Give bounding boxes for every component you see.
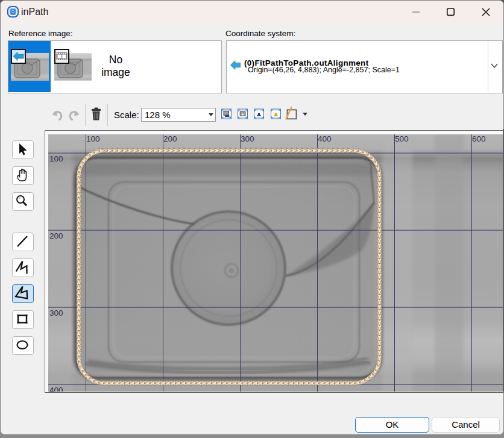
svg-text:400: 400 [318,134,332,143]
svg-text:600: 600 [472,134,486,143]
svg-text:500: 500 [395,134,409,143]
svg-text:400: 400 [49,386,63,392]
svg-text:200: 200 [49,231,63,240]
svg-text:200: 200 [163,134,177,143]
svg-text:100: 100 [49,154,63,163]
svg-text:300: 300 [241,134,254,143]
svg-text:300: 300 [49,308,63,318]
svg-text:100: 100 [86,134,100,143]
